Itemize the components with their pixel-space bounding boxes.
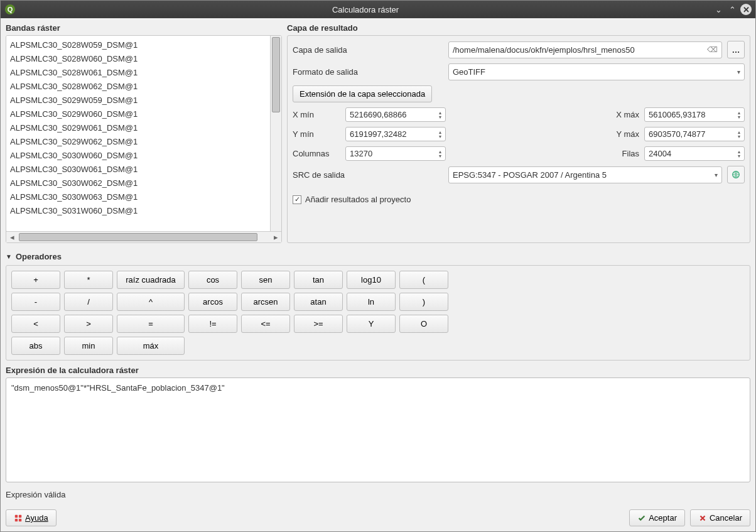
op-max-button[interactable]: máx <box>117 337 185 355</box>
scroll-left-icon[interactable]: ◂ <box>6 232 18 242</box>
clear-input-icon[interactable]: ⌫ <box>707 45 718 54</box>
list-item[interactable]: ALPSMLC30_S029W059_DSM@1 <box>10 94 266 107</box>
spinner-buttons-icon[interactable]: ▴▾ <box>738 130 740 139</box>
ymax-label: Y máx <box>602 129 639 139</box>
list-item[interactable]: ALPSMLC30_S029W062_DSM@1 <box>10 135 266 149</box>
spinner-buttons-icon[interactable]: ▴▾ <box>738 111 740 119</box>
output-layer-label: Capa de salida <box>293 45 443 55</box>
cancel-button[interactable]: Cancelar <box>690 509 750 526</box>
crs-label: SRC de salida <box>293 170 443 180</box>
cancel-icon <box>698 514 707 523</box>
list-item[interactable]: ALPSMLC30_S030W062_DSM@1 <box>10 176 266 190</box>
op-open-paren-button[interactable]: ( <box>399 271 448 289</box>
expression-textarea[interactable]: "dsm_menos50@1"*"HRSL_SantaFe_poblacion_… <box>6 377 750 482</box>
bands-heading: Bandas ráster <box>6 23 282 33</box>
list-item[interactable]: ALPSMLC30_S030W060_DSM@1 <box>10 149 266 163</box>
operators-collapse-header[interactable]: ▼ Operadores <box>6 252 750 261</box>
op-lte-button[interactable]: <= <box>241 315 290 333</box>
triangle-down-icon: ▼ <box>6 253 12 260</box>
rows-label: Filas <box>602 149 639 158</box>
op-neq-button[interactable]: != <box>188 315 237 333</box>
close-button[interactable]: ✕ <box>740 4 752 15</box>
titlebar: Q Calculadora ráster ⌄ ⌃ ✕ <box>1 1 755 18</box>
output-format-combo[interactable]: GeoTIFF ▾ <box>448 63 745 80</box>
chevron-down-icon: ▾ <box>737 68 740 75</box>
check-icon <box>637 514 646 523</box>
maximize-button[interactable]: ⌃ <box>726 4 738 15</box>
op-atan-button[interactable]: atan <box>294 293 343 311</box>
columns-input[interactable]: 13270▴▾ <box>345 146 446 161</box>
columns-label: Columnas <box>293 149 340 158</box>
list-item[interactable]: ALPSMLC30_S028W059_DSM@1 <box>10 38 266 52</box>
chevron-down-icon: ▾ <box>715 171 718 178</box>
help-button[interactable]: Ayuda <box>6 509 57 526</box>
help-icon <box>14 514 23 523</box>
op-log10-button[interactable]: log10 <box>347 271 396 289</box>
xmin-label: X mín <box>293 110 340 119</box>
browse-output-button[interactable]: … <box>727 41 745 58</box>
list-item[interactable]: ALPSMLC30_S030W061_DSM@1 <box>10 163 266 176</box>
add-to-project-label: Añadir resultados al proyecto <box>305 195 411 204</box>
expression-heading: Expresión de la calculadora ráster <box>6 366 750 375</box>
op-divide-button[interactable]: / <box>64 293 113 311</box>
op-tan-button[interactable]: tan <box>294 271 343 289</box>
op-asin-button[interactable]: arcsen <box>241 293 290 311</box>
output-format-label: Formato de salida <box>293 67 443 77</box>
op-close-paren-button[interactable]: ) <box>399 293 448 311</box>
list-item[interactable]: ALPSMLC30_S031W060_DSM@1 <box>10 204 266 218</box>
spinner-buttons-icon[interactable]: ▴▾ <box>439 149 441 158</box>
ymin-input[interactable]: 6191997,32482▴▾ <box>345 127 446 141</box>
op-acos-button[interactable]: arcos <box>188 293 237 311</box>
xmax-input[interactable]: 5610065,93178▴▾ <box>644 107 745 122</box>
crs-combo[interactable]: EPSG:5347 - POSGAR 2007 / Argentina 5 ▾ <box>448 166 722 183</box>
op-min-button[interactable]: min <box>64 337 113 355</box>
globe-icon <box>732 170 740 179</box>
op-sin-button[interactable]: sen <box>241 271 290 289</box>
op-and-button[interactable]: Y <box>347 315 396 333</box>
op-minus-button[interactable]: - <box>11 293 60 311</box>
xmax-label: X máx <box>602 110 639 119</box>
op-or-button[interactable]: O <box>399 315 448 333</box>
spinner-buttons-icon[interactable]: ▴▾ <box>738 149 740 158</box>
spinner-buttons-icon[interactable]: ▴▾ <box>439 130 441 139</box>
list-item[interactable]: ALPSMLC30_S029W061_DSM@1 <box>10 121 266 135</box>
expression-status: Expresión válida <box>6 490 750 499</box>
list-item[interactable]: ALPSMLC30_S028W062_DSM@1 <box>10 80 266 94</box>
op-gte-button[interactable]: >= <box>294 315 343 333</box>
window-title: Calculadora ráster <box>21 5 710 14</box>
add-to-project-checkbox[interactable]: ✓ <box>293 195 301 204</box>
result-heading: Capa de resultado <box>287 23 750 33</box>
op-lt-button[interactable]: < <box>11 315 60 333</box>
output-layer-input[interactable]: /home/malena/docus/okfn/ejemplos/hrsl_me… <box>448 41 722 58</box>
svg-text:Q: Q <box>8 6 13 13</box>
bands-listbox[interactable]: ALPSMLC30_S028W059_DSM@1 ALPSMLC30_S028W… <box>6 36 270 231</box>
list-item[interactable]: ALPSMLC30_S028W061_DSM@1 <box>10 66 266 80</box>
rows-input[interactable]: 24004▴▾ <box>644 146 745 161</box>
list-item[interactable]: ALPSMLC30_S028W060_DSM@1 <box>10 52 266 66</box>
selected-layer-extent-button[interactable]: Extensión de la capa seleccionada <box>293 85 432 102</box>
op-ln-button[interactable]: ln <box>347 293 396 311</box>
svg-rect-5 <box>15 518 18 521</box>
bands-vertical-scrollbar[interactable] <box>270 36 281 231</box>
xmin-input[interactable]: 5216690,68866▴▾ <box>345 107 446 122</box>
list-item[interactable]: ALPSMLC30_S030W063_DSM@1 <box>10 190 266 204</box>
app-logo-icon: Q <box>4 4 16 15</box>
op-abs-button[interactable]: abs <box>11 337 60 355</box>
op-gt-button[interactable]: > <box>64 315 113 333</box>
minimize-button[interactable]: ⌄ <box>713 4 724 15</box>
op-cos-button[interactable]: cos <box>188 271 237 289</box>
crs-select-button[interactable] <box>727 166 745 183</box>
op-power-button[interactable]: ^ <box>117 293 185 311</box>
ok-button[interactable]: Aceptar <box>629 509 685 526</box>
list-item[interactable]: ALPSMLC30_S029W060_DSM@1 <box>10 107 266 121</box>
scroll-right-icon[interactable]: ▸ <box>270 232 281 242</box>
svg-rect-4 <box>19 514 21 517</box>
ymax-input[interactable]: 6903570,74877▴▾ <box>644 127 745 141</box>
op-sqrt-button[interactable]: raíz cuadrada <box>117 271 185 289</box>
ymin-label: Y mín <box>293 129 340 139</box>
op-multiply-button[interactable]: * <box>64 271 113 289</box>
bands-horizontal-scrollbar[interactable]: ◂ ▸ <box>6 231 281 242</box>
op-plus-button[interactable]: + <box>11 271 60 289</box>
op-eq-button[interactable]: = <box>117 315 185 333</box>
spinner-buttons-icon[interactable]: ▴▾ <box>439 111 441 119</box>
